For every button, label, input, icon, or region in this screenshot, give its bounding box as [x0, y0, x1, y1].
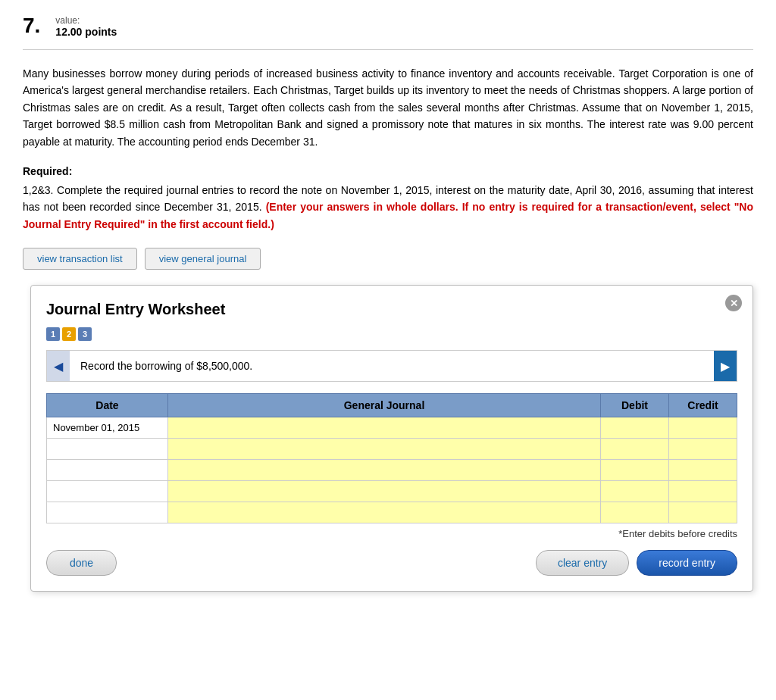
gj-input-3[interactable]: [168, 460, 600, 480]
required-label: Required:: [23, 165, 753, 177]
debit-cell-3[interactable]: [601, 460, 669, 481]
worksheet-title: Journal Entry Worksheet: [46, 301, 737, 318]
credit-input-4[interactable]: [669, 481, 737, 502]
required-section: Required: 1,2&3. Complete the required j…: [23, 165, 753, 233]
credit-input-3[interactable]: [669, 460, 737, 480]
credit-header: Credit: [669, 394, 737, 417]
gj-cell-2[interactable]: [168, 439, 601, 460]
table-row: [47, 502, 737, 523]
close-icon: ✕: [730, 298, 738, 309]
credit-cell-3[interactable]: [669, 460, 737, 481]
date-cell-3: [47, 460, 168, 481]
table-row: [47, 439, 737, 460]
gj-input-1[interactable]: [168, 417, 600, 438]
slide-content: Record the borrowing of $8,500,000.: [70, 351, 714, 381]
done-button[interactable]: done: [46, 550, 117, 576]
general-journal-header: General Journal: [168, 394, 601, 417]
gj-input-4[interactable]: [168, 481, 600, 502]
credit-cell-1[interactable]: [669, 417, 737, 439]
debit-cell-1[interactable]: [601, 417, 669, 439]
view-general-journal-button[interactable]: view general journal: [145, 248, 261, 270]
journal-entry-worksheet: ✕ Journal Entry Worksheet 1 2 3 ◀ Record…: [30, 285, 753, 592]
gj-input-2[interactable]: [168, 439, 600, 459]
table-row: [47, 481, 737, 502]
date-cell-5: [47, 502, 168, 523]
table-row: [47, 460, 737, 481]
step-1[interactable]: 1: [46, 327, 60, 341]
debit-cell-2[interactable]: [601, 439, 669, 460]
credit-input-5[interactable]: [669, 502, 737, 523]
credit-input-1[interactable]: [669, 417, 737, 438]
step-indicators: 1 2 3: [46, 327, 737, 341]
view-transaction-list-button[interactable]: view transaction list: [23, 248, 137, 270]
instruction-text: 1,2&3. Complete the required journal ent…: [23, 182, 753, 233]
credit-cell-4[interactable]: [669, 481, 737, 502]
gj-cell-5[interactable]: [168, 502, 601, 523]
debit-input-3[interactable]: [601, 460, 668, 480]
debit-input-4[interactable]: [601, 481, 668, 502]
slide-text: Record the borrowing of $8,500,000.: [80, 360, 252, 372]
credit-input-2[interactable]: [669, 439, 737, 459]
date-cell-1: November 01, 2015: [47, 417, 168, 439]
step-2[interactable]: 2: [62, 327, 76, 341]
close-button[interactable]: ✕: [725, 295, 742, 311]
next-slide-button[interactable]: ▶: [714, 351, 737, 381]
gj-cell-4[interactable]: [168, 481, 601, 502]
date-cell-2: [47, 439, 168, 460]
bottom-buttons: done clear entry record entry: [46, 550, 737, 576]
credit-cell-5[interactable]: [669, 502, 737, 523]
question-number: 7.: [23, 15, 40, 36]
debit-credit-note: *Enter debits before credits: [46, 528, 737, 539]
debit-input-2[interactable]: [601, 439, 668, 459]
question-header: 7. value: 12.00 points: [23, 15, 753, 50]
gj-input-5[interactable]: [168, 502, 600, 523]
gj-cell-1[interactable]: [168, 417, 601, 439]
prev-slide-button[interactable]: ◀: [47, 351, 70, 381]
date-cell-4: [47, 481, 168, 502]
credit-cell-2[interactable]: [669, 439, 737, 460]
table-row: November 01, 2015: [47, 417, 737, 439]
value-label: value:: [55, 15, 117, 26]
slide-area: ◀ Record the borrowing of $8,500,000. ▶: [46, 350, 737, 382]
journal-table: Date General Journal Debit Credit Novemb…: [46, 393, 737, 523]
passage-text: Many businesses borrow money during peri…: [23, 65, 753, 150]
gj-cell-3[interactable]: [168, 460, 601, 481]
points-value: 12.00 points: [55, 26, 117, 38]
debit-cell-5[interactable]: [601, 502, 669, 523]
question-meta: value: 12.00 points: [55, 15, 117, 38]
record-entry-button[interactable]: record entry: [637, 550, 737, 576]
view-buttons-row: view transaction list view general journ…: [23, 248, 753, 270]
debit-input-1[interactable]: [601, 417, 668, 438]
debit-cell-4[interactable]: [601, 481, 669, 502]
debit-header: Debit: [601, 394, 669, 417]
clear-entry-button[interactable]: clear entry: [536, 550, 629, 576]
date-header: Date: [47, 394, 168, 417]
debit-input-5[interactable]: [601, 502, 668, 523]
step-3[interactable]: 3: [78, 327, 92, 341]
right-action-buttons: clear entry record entry: [536, 550, 737, 576]
page-container: 7. value: 12.00 points Many businesses b…: [0, 0, 776, 607]
